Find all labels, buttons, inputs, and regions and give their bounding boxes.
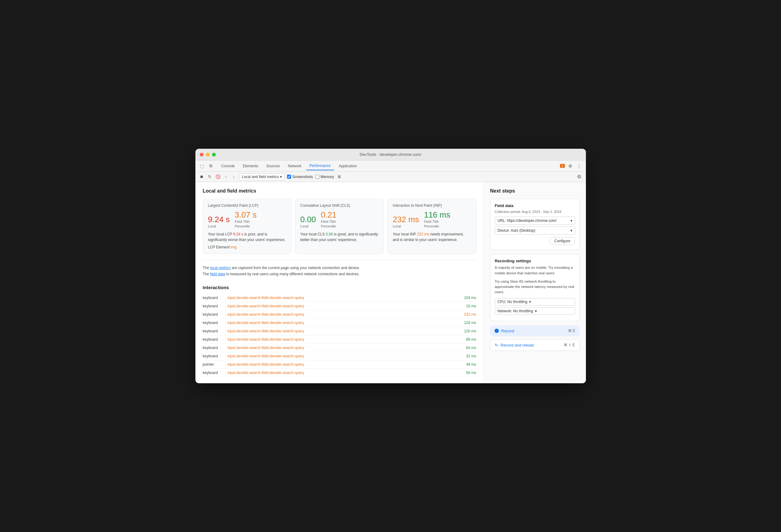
memory-checkbox[interactable]: Memory xyxy=(316,175,334,179)
field-data-link[interactable]: field data xyxy=(210,272,225,276)
interaction-time: 64 ms xyxy=(455,346,476,350)
inp-card: Interaction to Next Paint (INP) 232 ms L… xyxy=(387,199,476,254)
metrics-grid: Largest Contentful Paint (LCP) 9.24 s Lo… xyxy=(203,199,476,254)
interaction-selector[interactable]: input.devsite-search-field.devsite-searc… xyxy=(228,296,455,300)
interaction-time: 232 ms xyxy=(455,312,476,317)
chevron-down-icon: ▾ xyxy=(571,228,572,233)
record-reload-button[interactable]: ↻ Record and reload ⌘ ⇧ E xyxy=(490,340,580,351)
main-content: Local and field metrics Largest Contentf… xyxy=(195,182,586,383)
cls-title: Cumulative Layout Shift (CLS) xyxy=(300,203,378,208)
cls-field-value: 0.21 xyxy=(321,211,336,219)
mode-dropdown-label: Local and field metrics xyxy=(242,175,279,179)
interaction-time: 88 ms xyxy=(455,337,476,342)
interaction-selector[interactable]: input.devsite-search-field.devsite-searc… xyxy=(228,329,455,333)
titlebar: DevTools - developer.chrome.com/ xyxy=(195,149,586,161)
upload-icon[interactable]: ↑ xyxy=(223,174,229,180)
tab-performance[interactable]: Performance xyxy=(306,162,335,170)
interaction-selector[interactable]: input.devsite-search-field.devsite-searc… xyxy=(228,362,455,367)
tab-sources[interactable]: Sources xyxy=(263,162,284,170)
interaction-selector[interactable]: input.devsite-search-field.devsite-searc… xyxy=(228,321,455,325)
recording-desc2: Try using Slow 4G network throttling to … xyxy=(495,279,575,295)
lcp-values: 9.24 s Local 3.07 s Field 75thPercentile xyxy=(208,211,286,228)
right-panel: Next steps Field data Collection period:… xyxy=(484,182,586,383)
device-select-label: Device: Auto (Desktop) xyxy=(498,228,536,233)
url-select[interactable]: URL: https://developer.chrome.com/ ▾ xyxy=(495,217,575,225)
refresh-icon[interactable]: ↻ xyxy=(207,174,213,180)
record-button[interactable]: Record ⌘ E xyxy=(490,325,580,336)
mode-dropdown[interactable]: Local and field metrics ▾ xyxy=(239,173,285,180)
interaction-row: keyboard input.devsite-search-field.devs… xyxy=(203,310,476,319)
network-select-label: Network: No throttling xyxy=(498,309,533,313)
cls-card: Cumulative Layout Shift (CLS) 0.00 Local… xyxy=(295,199,384,254)
interaction-selector[interactable]: input.devsite-search-field.devsite-searc… xyxy=(228,346,455,350)
interaction-type: keyboard xyxy=(203,321,228,325)
lcp-element-link[interactable]: img xyxy=(231,245,237,249)
tab-console[interactable]: Console xyxy=(218,162,239,170)
download-icon[interactable]: ↓ xyxy=(231,174,237,180)
settings-gear-icon[interactable]: ⚙ xyxy=(576,174,582,180)
record-icon[interactable]: ⏺ xyxy=(199,174,205,180)
inp-desc: Your local INP 232 ms needs improvement,… xyxy=(393,231,471,242)
local-metrics-link[interactable]: local metrics xyxy=(210,266,231,270)
clear-icon[interactable]: 🚫 xyxy=(215,174,221,180)
cpu-select[interactable]: CPU: No throttling ▾ xyxy=(495,298,575,306)
chevron-down-icon: ▾ xyxy=(529,300,531,304)
interaction-row: keyboard input.devsite-search-field.devs… xyxy=(203,369,476,377)
devtools-window: DevTools - developer.chrome.com/ ⬚ ⧉ Con… xyxy=(195,149,586,383)
settings-icon[interactable]: ⚙ xyxy=(567,163,574,169)
left-panel: Local and field metrics Largest Contentf… xyxy=(195,182,484,383)
inp-field-value: 116 ms xyxy=(424,211,450,219)
interaction-selector[interactable]: input.devsite-search-field.devsite-searc… xyxy=(228,312,455,317)
field-data-title: Field data xyxy=(495,203,575,208)
cls-highlight: 0.00 xyxy=(326,232,333,236)
memory-label: Memory xyxy=(321,175,334,179)
lcp-element: LCP Element img xyxy=(208,245,286,249)
interaction-time: 16 ms xyxy=(455,304,476,308)
interaction-time: 48 ms xyxy=(455,362,476,367)
configure-button[interactable]: Configure xyxy=(549,237,575,245)
cpu-throttle-icon[interactable]: 🖥 xyxy=(336,174,342,180)
interaction-row: keyboard input.devsite-search-field.devs… xyxy=(203,294,476,302)
network-select[interactable]: Network: No throttling ▾ xyxy=(495,307,575,315)
inp-highlight: 232 ms xyxy=(417,232,429,236)
tab-elements[interactable]: Elements xyxy=(239,162,262,170)
tab-network[interactable]: Network xyxy=(284,162,305,170)
cursor-icon[interactable]: ⬚ xyxy=(199,163,205,169)
more-options-icon[interactable]: ⋮ xyxy=(576,163,582,169)
screenshots-checkbox[interactable]: Screenshots xyxy=(287,175,313,179)
interaction-selector[interactable]: input.devsite-search-field.devsite-searc… xyxy=(228,304,455,308)
interaction-selector[interactable]: input.devsite-search-field.devsite-searc… xyxy=(228,370,455,375)
recording-settings-title: Recording settings xyxy=(495,259,575,263)
interaction-type: keyboard xyxy=(203,346,228,350)
footnote-line2: The field data is measured by real users… xyxy=(203,271,476,277)
recording-desc1: A majority of users are on mobile. Try e… xyxy=(495,265,575,276)
traffic-lights xyxy=(200,153,216,157)
interactions-title: Interactions xyxy=(203,285,476,290)
interaction-selector[interactable]: input.devsite-search-field.devsite-searc… xyxy=(228,337,455,342)
device-select[interactable]: Device: Auto (Desktop) ▾ xyxy=(495,226,575,234)
toolbar-icons: ⬚ ⧉ xyxy=(199,163,214,169)
tab-application[interactable]: Application xyxy=(335,162,361,170)
notification-badge: 1 xyxy=(560,164,565,168)
interaction-row: keyboard input.devsite-search-field.devs… xyxy=(203,344,476,352)
lcp-local-label: Local xyxy=(208,224,230,228)
interaction-type: keyboard xyxy=(203,304,228,308)
cls-field-group: 0.21 Field 75thPercentile xyxy=(321,211,336,228)
interaction-type: keyboard xyxy=(203,370,228,375)
interaction-selector[interactable]: input.devsite-search-field.devsite-searc… xyxy=(228,354,455,358)
lcp-highlight: 9.24 s xyxy=(233,232,244,236)
close-button[interactable] xyxy=(200,153,203,157)
footnote: The local metrics are captured from the … xyxy=(203,260,476,277)
record-dot-icon xyxy=(495,329,499,333)
inspect-icon[interactable]: ⧉ xyxy=(208,163,214,169)
screenshots-label: Screenshots xyxy=(292,175,313,179)
minimize-button[interactable] xyxy=(206,153,210,157)
record-shortcut: ⌘ E xyxy=(568,329,575,333)
interaction-type: pointer xyxy=(203,362,228,367)
inp-local-group: 232 ms Local xyxy=(393,215,419,228)
interaction-type: keyboard xyxy=(203,337,228,342)
field-data-card: Field data Collection period: Aug 6, 202… xyxy=(490,199,580,250)
interaction-type: keyboard xyxy=(203,329,228,333)
controls-bar: ⏺ ↻ 🚫 ↑ ↓ Local and field metrics ▾ Scre… xyxy=(195,172,586,182)
maximize-button[interactable] xyxy=(212,153,216,157)
